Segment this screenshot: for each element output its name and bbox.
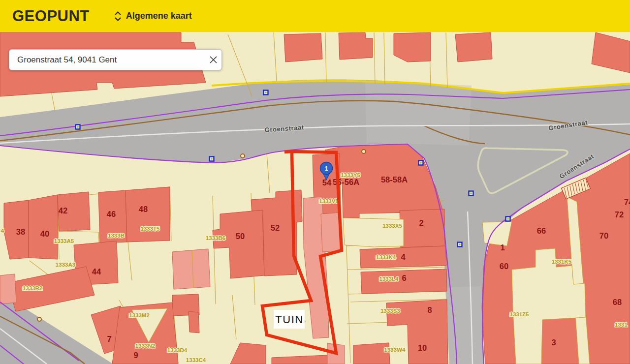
parcel-code: 1333N2 (135, 343, 155, 349)
house-number: 10 (418, 343, 427, 352)
house-number: 44 (92, 267, 101, 276)
house-number: 9 (133, 351, 138, 360)
house-number: 66 (537, 226, 546, 235)
parcel-code: 1333S3 (380, 308, 400, 314)
parcel-code: 1333D4 (167, 347, 188, 353)
house-number: 4 (401, 252, 406, 261)
house-number: 58-58A (381, 175, 408, 184)
house-number: 54 (322, 178, 332, 187)
geopunt-logo: GEOPUNT (12, 7, 90, 25)
house-number: 60 (500, 262, 508, 271)
house-number: 6 (402, 273, 406, 282)
app-header: GEOPUNT Algemene kaart (0, 0, 630, 32)
house-number: 38 (16, 227, 25, 236)
map-type-label: Algemene kaart (126, 11, 192, 21)
parcel-code: 1331 (615, 322, 628, 328)
close-icon (209, 56, 218, 64)
house-number: 74 (624, 198, 630, 207)
house-number: 46 (107, 210, 116, 218)
street-shade (365, 81, 472, 146)
parcel-code: 1333C4 (186, 357, 206, 363)
parcel-code: 1333B6 (206, 235, 225, 241)
parcel-code: 1333K4 (376, 254, 396, 260)
house-number: 7 (107, 334, 111, 343)
house-number: 2 (419, 218, 423, 227)
parcel-code: 1333X5 (382, 223, 402, 229)
search-input[interactable] (9, 55, 205, 65)
house-number: 72 (615, 210, 624, 219)
house-number: 70 (599, 231, 608, 240)
parcel-code: 1333R2 (23, 285, 42, 291)
parcel-code: 4 (1, 228, 4, 234)
parcel-code: 1331K5 (552, 259, 572, 265)
house-number: 1 (500, 243, 504, 252)
house-number: 52 (271, 223, 280, 232)
parcel-code: 1333M2 (129, 312, 150, 318)
parcel-code: 1333V5 (319, 198, 339, 204)
house-number: 42 (59, 206, 67, 215)
parcel-code: 1333L4 (379, 276, 399, 282)
clear-search-button[interactable] (205, 52, 221, 68)
parcel-code: 1333A5 (54, 238, 74, 244)
updown-chevron-icon (114, 11, 122, 21)
parcel-code: 1333W4 (384, 347, 406, 353)
search-box (9, 49, 222, 70)
house-number: 40 (40, 229, 49, 238)
map-type-switcher[interactable]: Algemene kaart (114, 11, 192, 21)
pin-number: 1 (325, 165, 328, 172)
house-number: 68 (613, 298, 622, 306)
house-number: 50 (236, 232, 245, 241)
map-canvas[interactable]: Groenstraat Groenstraat Groenstraat 1333… (0, 32, 630, 364)
parcel-code: 1333B (108, 233, 125, 239)
tuin-annotation: TUIN (274, 310, 305, 329)
parcel-code: 1333T5 (140, 226, 160, 232)
house-number: 8 (427, 305, 432, 314)
house-number: 48 (139, 205, 148, 213)
tuin-label: TUIN (275, 313, 303, 326)
parcel-code: 1333A3 (56, 262, 75, 268)
parcel-code: 1331Z5 (509, 311, 529, 317)
house-number: 3 (551, 338, 556, 347)
